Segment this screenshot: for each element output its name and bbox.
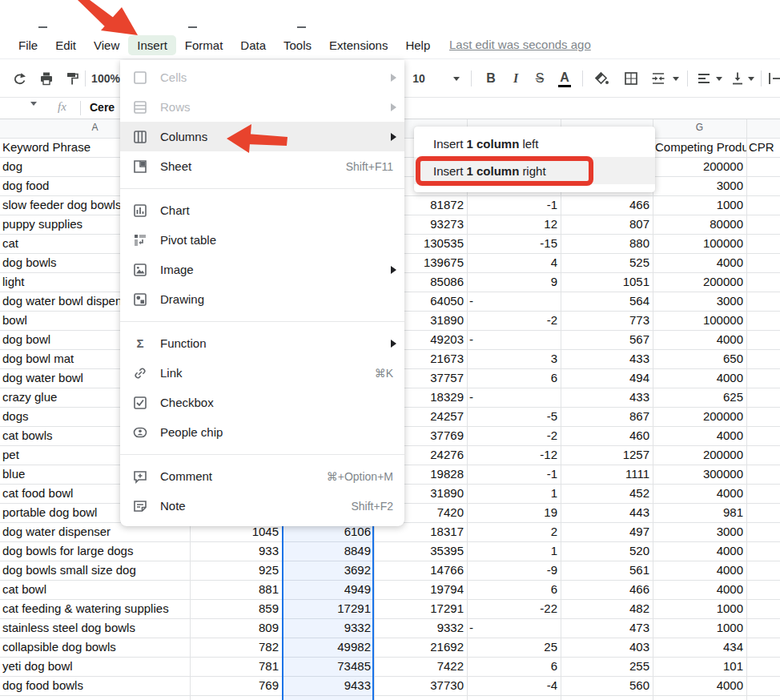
merge-cells-icon[interactable] <box>647 59 669 98</box>
cell[interactable]: 867 <box>561 407 653 426</box>
menubar-item-edit[interactable]: Edit <box>46 35 85 55</box>
fill-color-icon[interactable] <box>590 59 613 98</box>
cell[interactable]: -2 <box>467 426 561 445</box>
cell[interactable]: -5 <box>467 407 561 426</box>
cell[interactable]: 9 <box>467 272 561 292</box>
cell[interactable]: 781 <box>190 657 282 676</box>
menubar-item-data[interactable]: Data <box>231 35 275 55</box>
cell[interactable]: 880 <box>561 234 653 253</box>
cell[interactable]: 255 <box>561 657 653 676</box>
cell[interactable]: 17291 <box>374 599 467 618</box>
cell[interactable]: -22 <box>467 599 561 618</box>
menubar-item-view[interactable]: View <box>85 35 128 55</box>
cell[interactable]: 4000 <box>653 484 746 503</box>
cell[interactable]: 3 <box>467 349 561 368</box>
menubar-item-file[interactable]: File <box>10 35 46 55</box>
cell[interactable]: 300000 <box>653 465 746 484</box>
menu-item-function[interactable]: ΣFunction <box>120 328 404 358</box>
menu-item-pivot-table[interactable]: Pivot table <box>120 225 404 255</box>
menu-item-drawing[interactable]: Drawing <box>120 284 404 314</box>
cell[interactable]: -1 <box>467 195 561 215</box>
cell[interactable]: 9332 <box>282 618 374 638</box>
cell[interactable]: 466 <box>561 580 653 599</box>
cell[interactable]: 561 <box>561 561 653 580</box>
zoom-control[interactable]: 100% <box>91 59 120 98</box>
cell[interactable]: 1 <box>467 541 561 561</box>
cell[interactable]: 560 <box>561 676 653 695</box>
cell[interactable]: 460 <box>561 426 653 445</box>
cell[interactable]: 9332 <box>374 618 467 638</box>
cell[interactable]: 452 <box>561 484 653 503</box>
cell[interactable]: 8849 <box>282 541 374 561</box>
cell[interactable]: 773 <box>561 311 653 330</box>
cell[interactable]: 497 <box>561 522 653 541</box>
cell[interactable]: 4949 <box>282 580 374 599</box>
cell[interactable]: 3000 <box>653 522 746 541</box>
cell[interactable]: - <box>467 330 561 349</box>
menubar-item-tools[interactable]: Tools <box>275 35 320 55</box>
cell[interactable]: 1257 <box>561 445 653 465</box>
last-edit-link[interactable]: Last edit was seconds ago <box>449 38 591 51</box>
cell[interactable]: 769 <box>190 676 282 695</box>
cell[interactable]: 4000 <box>653 541 746 561</box>
cell[interactable]: 434 <box>653 638 746 657</box>
cell[interactable]: 782 <box>190 638 282 657</box>
menubar-item-insert[interactable]: Insert <box>128 35 176 55</box>
cell[interactable]: 650 <box>653 349 746 368</box>
cell[interactable]: 1000 <box>653 618 746 638</box>
cell[interactable]: 3000 <box>653 292 746 311</box>
font-size-caret-icon[interactable] <box>450 59 463 98</box>
strikethrough-button[interactable]: S <box>529 59 550 98</box>
menubar-item-extensions[interactable]: Extensions <box>320 35 396 55</box>
menu-item-note[interactable]: NoteShift+F2 <box>120 491 404 521</box>
redo-icon[interactable] <box>8 59 30 98</box>
print-icon[interactable] <box>35 59 58 98</box>
cell[interactable]: 4000 <box>653 330 746 349</box>
cell[interactable]: 520 <box>561 541 653 561</box>
cell[interactable]: 4000 <box>653 676 746 695</box>
cell[interactable]: 809 <box>190 618 282 638</box>
cell[interactable]: 4000 <box>653 426 746 445</box>
cell[interactable]: 4000 <box>653 253 746 272</box>
cell[interactable]: -15 <box>467 234 561 253</box>
cell[interactable]: 37730 <box>374 676 467 695</box>
cell[interactable]: 925 <box>190 561 282 580</box>
cell[interactable]: 200000 <box>653 157 746 176</box>
cell[interactable]: 9433 <box>282 676 374 695</box>
cell[interactable]: 482 <box>561 599 653 618</box>
cell[interactable]: cat bowl <box>0 580 190 599</box>
cell[interactable]: 1000 <box>653 599 746 618</box>
cell[interactable]: 466 <box>561 195 653 215</box>
cell[interactable]: dog bowls for large dogs <box>0 541 190 561</box>
cell[interactable]: 1 <box>467 484 561 503</box>
formula-input[interactable]: Cere <box>90 101 115 114</box>
cell[interactable]: yeti dog bowl <box>0 657 190 676</box>
cell[interactable]: 881 <box>190 580 282 599</box>
bold-button[interactable]: B <box>480 59 501 98</box>
cell[interactable]: 100000 <box>653 234 746 253</box>
horizontal-align-caret-icon[interactable] <box>714 59 725 98</box>
cell[interactable]: 100000 <box>653 311 746 330</box>
vertical-align-caret-icon[interactable] <box>746 59 757 98</box>
cell[interactable]: 4000 <box>653 580 746 599</box>
cell[interactable]: 433 <box>561 349 653 368</box>
cell[interactable]: 2 <box>467 522 561 541</box>
cell[interactable]: 4000 <box>653 368 746 388</box>
cell[interactable]: -9 <box>467 561 561 580</box>
cell[interactable]: 4 <box>467 253 561 272</box>
menu-item-image[interactable]: Image <box>120 255 404 284</box>
cell[interactable]: - <box>467 292 561 311</box>
cell[interactable]: 859 <box>190 599 282 618</box>
cell[interactable]: - <box>467 618 561 638</box>
cell[interactable]: 200000 <box>653 407 746 426</box>
cell[interactable]: 6 <box>467 368 561 388</box>
menu-item-comment[interactable]: Comment⌘+Option+M <box>120 461 404 491</box>
cell[interactable]: 21692 <box>374 638 467 657</box>
cell[interactable]: dog bowls small size dog <box>0 561 190 580</box>
menu-item-chart[interactable]: Chart <box>120 195 404 225</box>
cell[interactable]: 981 <box>653 503 746 522</box>
cell[interactable]: - <box>467 388 561 407</box>
cell[interactable]: -12 <box>467 445 561 465</box>
menu-item-link[interactable]: Link⌘K <box>120 358 404 388</box>
cell[interactable]: 25 <box>467 638 561 657</box>
